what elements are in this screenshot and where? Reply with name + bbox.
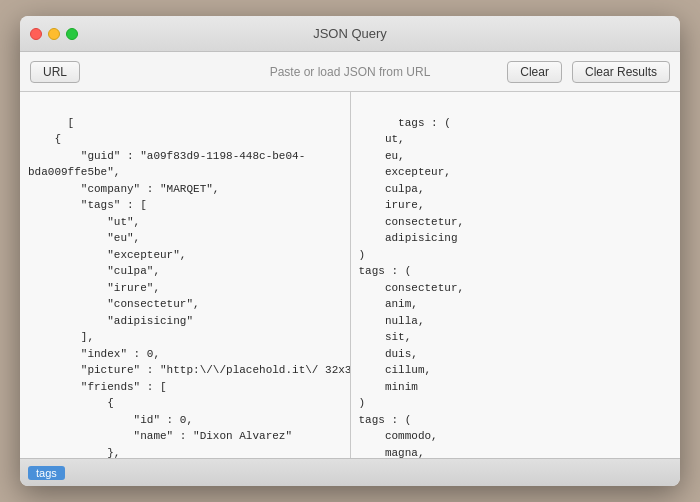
close-button[interactable] [30,28,42,40]
maximize-button[interactable] [66,28,78,40]
window-title: JSON Query [313,26,387,41]
right-panel[interactable]: tags : ( ut, eu, excepteur, culpa, irure… [351,92,681,458]
toolbar-right: Clear Clear Results [507,61,670,83]
left-panel-content: [ { "guid" : "a09f83d9-1198-448c-be04- b… [28,117,351,459]
traffic-lights [30,28,78,40]
toolbar-hint: Paste or load JSON from URL [270,65,431,79]
url-button[interactable]: URL [30,61,80,83]
left-panel[interactable]: [ { "guid" : "a09f83d9-1198-448c-be04- b… [20,92,351,458]
toolbar-left: URL [30,61,80,83]
search-tag[interactable]: tags [28,466,65,480]
main-window: JSON Query URL Paste or load JSON from U… [20,16,680,486]
content-area: [ { "guid" : "a09f83d9-1198-448c-be04- b… [20,92,680,458]
minimize-button[interactable] [48,28,60,40]
toolbar: URL Paste or load JSON from URL Clear Cl… [20,52,680,92]
clear-button[interactable]: Clear [507,61,562,83]
titlebar: JSON Query [20,16,680,52]
bottom-bar: tags [20,458,680,486]
clear-results-button[interactable]: Clear Results [572,61,670,83]
right-panel-content: tags : ( ut, eu, excepteur, culpa, irure… [359,117,465,459]
